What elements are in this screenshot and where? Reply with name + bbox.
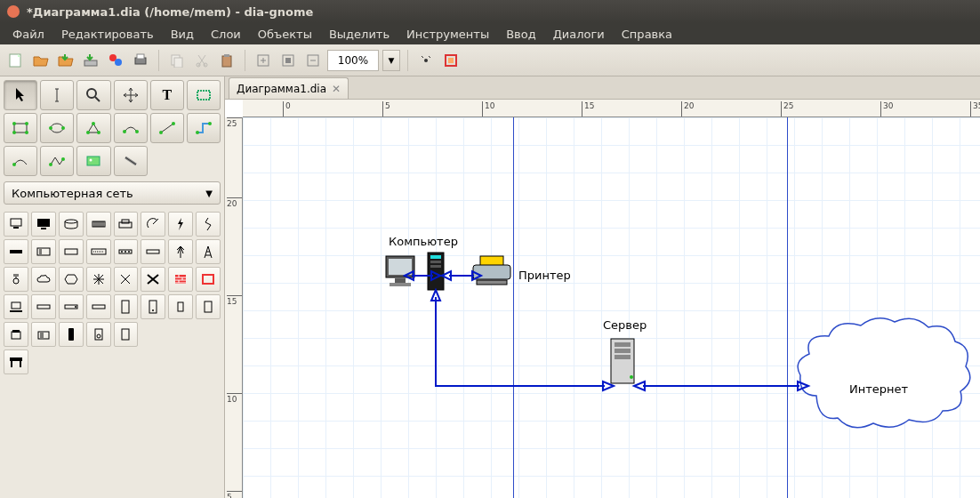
text-cursor-tool[interactable] <box>40 80 74 110</box>
connector-tool[interactable] <box>187 113 221 143</box>
menu-select[interactable]: Выделить <box>322 26 397 43</box>
menu-dialogs[interactable]: Диалоги <box>546 26 612 43</box>
shape-scanner[interactable] <box>86 212 111 237</box>
canvas-wrap: 0 5 10 15 20 25 30 35 40 25 20 15 10 5 <box>225 100 980 498</box>
menu-tools[interactable]: Инструменты <box>399 26 496 43</box>
shape-pc-mini[interactable] <box>168 294 193 319</box>
shape-firewall2[interactable] <box>196 267 221 292</box>
open-icon[interactable] <box>30 50 52 71</box>
shape-tower[interactable] <box>196 239 221 264</box>
shape-printer[interactable] <box>114 212 139 237</box>
zoom-out-icon[interactable] <box>302 50 324 71</box>
new-icon[interactable] <box>5 50 27 71</box>
shape-switch[interactable] <box>31 294 56 319</box>
edge-monitor-computer <box>403 269 442 283</box>
zoom-fit-icon[interactable] <box>277 50 299 71</box>
svg-point-70 <box>152 309 154 311</box>
shape-server[interactable] <box>114 294 139 319</box>
shape-router[interactable] <box>59 294 84 319</box>
shape-cloud[interactable] <box>31 267 56 292</box>
shape-speaker[interactable] <box>86 322 111 347</box>
shape-workstation[interactable] <box>141 294 165 319</box>
shape-storage[interactable] <box>59 212 84 237</box>
shape-rack[interactable] <box>59 239 84 264</box>
polyline-tool[interactable] <box>40 146 74 176</box>
category-select[interactable]: Компьютерная сеть ▼ <box>4 181 221 205</box>
svg-point-31 <box>97 131 100 134</box>
svg-rect-53 <box>65 249 77 254</box>
node-internet[interactable] <box>790 311 976 439</box>
save-icon[interactable] <box>55 50 76 71</box>
zoom-input[interactable]: 100% <box>327 50 379 71</box>
shape-bus[interactable] <box>4 239 28 264</box>
zoom-in-icon[interactable] <box>253 50 274 71</box>
drawing-tools: T <box>0 76 224 180</box>
grid-icon[interactable] <box>440 50 462 71</box>
tab-diagram[interactable]: Диаграмма1.dia ✕ <box>229 77 349 99</box>
svg-point-27 <box>49 126 52 130</box>
internet-label: Интернет <box>849 382 908 396</box>
tab-close-icon[interactable]: ✕ <box>332 83 341 95</box>
menu-objects[interactable]: Объекты <box>251 26 319 43</box>
snap-icon[interactable] <box>415 50 437 71</box>
svg-point-26 <box>51 124 63 133</box>
bezier-tool[interactable] <box>114 113 148 143</box>
shape-dish[interactable] <box>141 212 165 237</box>
shape-computer[interactable] <box>4 212 28 237</box>
shape-pda[interactable] <box>114 322 139 347</box>
shape-table[interactable] <box>4 349 28 374</box>
shape-lightning[interactable] <box>168 212 193 237</box>
menu-input[interactable]: Ввод <box>499 26 543 43</box>
pointer-tool[interactable] <box>4 80 37 110</box>
move-tool[interactable] <box>114 80 148 110</box>
polygon-tool[interactable] <box>76 113 110 143</box>
save-as-icon[interactable] <box>80 50 101 71</box>
shape-firewall[interactable] <box>168 267 193 292</box>
shape-zigzag[interactable] <box>196 212 221 237</box>
titlebar: *Диаграмма1.dia (/home/mem) - dia-gnome <box>0 0 980 23</box>
canvas[interactable]: Компьютер Принтер Сервер <box>243 117 980 498</box>
arc-tool[interactable] <box>4 146 37 176</box>
menu-layers[interactable]: Слои <box>204 26 248 43</box>
shape-ups[interactable] <box>196 294 221 319</box>
shape-star-net[interactable] <box>86 267 111 292</box>
shape-fax[interactable] <box>31 322 56 347</box>
export-icon[interactable] <box>105 50 126 71</box>
outline-tool[interactable] <box>114 146 148 176</box>
shape-keyboard[interactable] <box>86 239 111 264</box>
menu-edit[interactable]: Редактировать <box>54 26 161 43</box>
menu-help[interactable]: Справка <box>615 26 679 43</box>
close-icon[interactable] <box>7 5 20 18</box>
text-tool[interactable]: T <box>150 80 184 110</box>
menu-file[interactable]: Файл <box>5 26 52 43</box>
shape-laptop[interactable] <box>4 294 28 319</box>
shape-nas[interactable] <box>86 294 111 319</box>
image-tool[interactable] <box>76 146 110 176</box>
shape-plug[interactable] <box>4 267 28 292</box>
shape-wrench-x[interactable] <box>141 267 165 292</box>
shape-phone[interactable] <box>4 322 28 347</box>
magnify-tool[interactable] <box>76 80 110 110</box>
ellipse-tool[interactable] <box>40 113 74 143</box>
shape-modem[interactable] <box>141 239 165 264</box>
shape-cross[interactable] <box>114 267 139 292</box>
rect-tool[interactable] <box>4 113 37 143</box>
svg-rect-74 <box>12 330 20 333</box>
shape-patch[interactable] <box>31 239 56 264</box>
svg-rect-71 <box>178 302 183 311</box>
shape-mobile[interactable] <box>59 322 84 347</box>
line-tool[interactable] <box>150 113 184 143</box>
menu-view[interactable]: Вид <box>164 26 201 43</box>
zoom-dropdown[interactable]: ▼ <box>382 50 400 71</box>
svg-rect-5 <box>137 54 144 59</box>
shape-monitor[interactable] <box>31 212 56 237</box>
shape-hub[interactable] <box>114 239 139 264</box>
copy-icon[interactable] <box>166 50 188 71</box>
box-tool[interactable] <box>187 80 221 110</box>
shape-hexagon[interactable] <box>59 267 84 292</box>
shape-antenna[interactable] <box>168 239 193 264</box>
print-icon[interactable] <box>130 50 151 71</box>
paste-icon[interactable] <box>216 50 237 71</box>
cut-icon[interactable] <box>191 50 213 71</box>
svg-rect-44 <box>13 227 19 229</box>
